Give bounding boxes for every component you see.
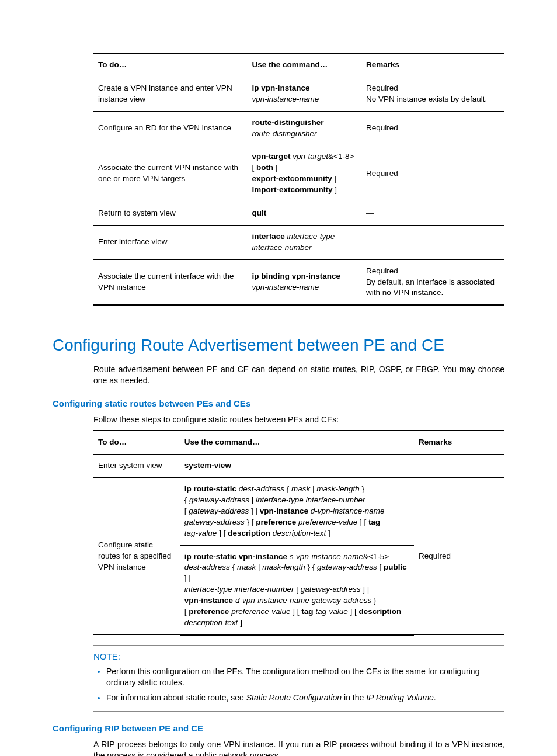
note-block: NOTE: Perform this configuration on the …: [93, 645, 504, 712]
cmd-txt: {: [184, 495, 189, 504]
note-ref: IP Routing Volume: [366, 693, 434, 702]
cmd-arg: gateway-address: [189, 507, 249, 515]
cmd-txt: |: [310, 484, 316, 493]
t2r1-rem: —: [414, 455, 504, 478]
t1r2-cmd: route-distinguisher route-distinguisher: [247, 111, 361, 145]
cmd-arg: s-vpn-instance-name: [290, 552, 363, 561]
cmd-arg: d-vpn-instance-name: [311, 507, 385, 515]
t1r3-rem: Required: [361, 145, 504, 202]
t1r4-cmd: quit: [247, 202, 361, 226]
t2r2-cmd-a: ip route-static dest-address { mask | ma…: [180, 478, 414, 545]
cmd-bold: description: [359, 607, 402, 616]
t1r5-rem: —: [361, 225, 504, 259]
cmd-arg: vpn-instance-name: [252, 283, 319, 292]
t1r1-cmd: ip vpn-instance vpn-instance-name: [247, 77, 361, 111]
cmd-txt: } {: [305, 563, 317, 571]
cmd-txt: &<1-8>: [328, 152, 354, 161]
cmd-txt: ] |: [361, 585, 370, 594]
section-heading: Configuring Route Advertisement between …: [53, 334, 504, 356]
t1-h2: Use the command…: [247, 53, 361, 77]
cmd-arg: gateway-address: [184, 518, 245, 526]
cmd-arg: mask-length: [262, 563, 305, 571]
t2r2-rem: Required: [414, 478, 504, 635]
cmd-bold: interface: [252, 232, 284, 241]
t2r2-todo: Configure static routes for a specified …: [93, 478, 180, 635]
cmd-txt: } [: [245, 518, 256, 526]
subsection-heading-static: Configuring static routes between PEs an…: [53, 397, 504, 410]
remarks-line: No VPN instance exists by default.: [366, 95, 487, 103]
t1r4-rem: —: [361, 202, 504, 226]
cmd-txt: ] [: [348, 607, 359, 616]
note-item: For information about static route, see …: [106, 692, 504, 704]
cmd-txt: }: [360, 484, 364, 493]
table-row: Configure static routes for a specified …: [93, 478, 504, 545]
cmd-arg: mask: [291, 484, 310, 493]
config-table-2: To do… Use the command… Remarks Enter sy…: [93, 430, 504, 635]
subsection-intro: Follow these steps to configure static r…: [93, 414, 504, 426]
cmd-txt: ] [: [357, 518, 368, 526]
cmd-arg: description-text: [273, 529, 326, 537]
table2-wrap: To do… Use the command… Remarks Enter sy…: [93, 430, 504, 635]
cmd-arg: tag-value: [315, 607, 348, 616]
cmd-txt: ]: [326, 529, 330, 537]
subsection-paragraph: A RIP process belongs to only one VPN in…: [93, 739, 504, 756]
cmd-arg: mask-length: [316, 484, 360, 493]
cmd-txt: ]: [238, 618, 242, 627]
t1r4-todo: Return to system view: [93, 202, 247, 226]
cmd-arg: preference-value: [231, 607, 290, 616]
cmd-txt: &<1-5>: [363, 552, 389, 561]
note-text: For information about static route, see: [106, 693, 246, 702]
cmd-arg: interface-type interface-number: [184, 585, 294, 594]
cmd-txt: |: [332, 174, 336, 183]
cmd-txt: [: [377, 563, 384, 571]
table-row: Associate the current VPN instance with …: [93, 145, 504, 202]
page-content: To do… Use the command… Remarks Create a…: [0, 0, 557, 756]
table-row: Enter system view system-view —: [93, 455, 504, 478]
subsection-heading-rip: Configuring RIP between PE and CE: [53, 722, 504, 734]
cmd-bold: tag: [301, 607, 313, 616]
cmd-arg: gateway-address: [317, 563, 377, 571]
table-row: Associate the current interface with the…: [93, 259, 504, 305]
cmd-txt: [: [252, 163, 256, 172]
note-text: .: [434, 693, 436, 702]
t1r2-todo: Configure an RD for the VPN instance: [93, 111, 247, 145]
t1r5-cmd: interface interface-type interface-numbe…: [247, 225, 361, 259]
cmd-bold: preference: [189, 607, 229, 616]
cmd-bold: ip binding vpn-instance: [252, 272, 340, 280]
cmd-txt: }: [371, 596, 376, 605]
cmd-bold: system-view: [184, 461, 231, 470]
cmd-bold: quit: [252, 209, 266, 217]
cmd-arg: route-distinguisher: [252, 129, 316, 138]
cmd-bold: ip vpn-instance: [252, 84, 309, 92]
cmd-txt: ] [: [290, 607, 301, 616]
cmd-bold: vpn-instance: [260, 507, 308, 515]
cmd-arg: tag-value: [184, 529, 217, 537]
cmd-bold: vpn-instance: [184, 596, 233, 605]
cmd-arg: vpn-target: [293, 152, 328, 161]
table-row: Enter interface view interface interface…: [93, 225, 504, 259]
cmd-txt: {: [230, 563, 237, 571]
t1r2-rem: Required: [361, 111, 504, 145]
cmd-arg: vpn-instance-name: [252, 95, 319, 103]
t2-h1: To do…: [93, 431, 180, 454]
cmd-txt: |: [256, 563, 262, 571]
note-item: Perform this configuration on the PEs. T…: [106, 666, 504, 689]
remarks-line: By default, an interface is associated w…: [366, 278, 495, 297]
remarks-line: Required: [366, 84, 398, 92]
cmd-arg: dest-address: [239, 484, 284, 493]
cmd-txt: {: [287, 484, 291, 493]
cmd-txt: |: [249, 495, 256, 504]
table-row: Create a VPN instance and enter VPN inst…: [93, 77, 504, 111]
cmd-arg: gateway-address: [301, 585, 361, 594]
cmd-txt: [: [294, 585, 300, 594]
cmd-bold: ip route-static vpn-instance: [184, 552, 287, 561]
t1r1-rem: Required No VPN instance exists by defau…: [361, 77, 504, 111]
t1r6-todo: Associate the current interface with the…: [93, 259, 247, 305]
cmd-bold: import-extcommunity: [252, 185, 332, 194]
cmd-arg: gateway-address: [189, 495, 249, 504]
t2r1-todo: Enter system view: [93, 455, 180, 478]
cmd-bold: description: [228, 529, 270, 537]
remarks-line: Required: [366, 266, 398, 275]
config-table-1: To do… Use the command… Remarks Create a…: [93, 53, 504, 306]
cmd-arg: d-vpn-instance-name gateway-address: [235, 596, 371, 605]
